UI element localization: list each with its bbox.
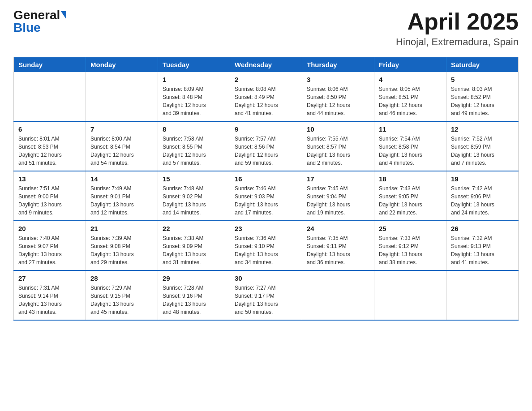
day-number: 2 xyxy=(235,76,297,83)
calendar-header-saturday: Saturday xyxy=(446,57,519,73)
calendar-cell: 16Sunrise: 7:46 AM Sunset: 9:03 PM Dayli… xyxy=(230,171,302,221)
calendar-cell: 18Sunrise: 7:43 AM Sunset: 9:05 PM Dayli… xyxy=(374,171,446,221)
calendar-cell: 13Sunrise: 7:51 AM Sunset: 9:00 PM Dayli… xyxy=(14,171,86,221)
day-number: 29 xyxy=(163,274,225,282)
page-title: April 2025 xyxy=(396,9,519,34)
day-number: 30 xyxy=(235,274,297,282)
day-info: Sunrise: 7:33 AM Sunset: 9:12 PM Dayligh… xyxy=(379,234,442,266)
calendar-header-monday: Monday xyxy=(86,57,158,73)
day-info: Sunrise: 7:36 AM Sunset: 9:10 PM Dayligh… xyxy=(235,234,297,266)
day-number: 12 xyxy=(451,125,514,133)
day-info: Sunrise: 7:35 AM Sunset: 9:11 PM Dayligh… xyxy=(307,234,369,266)
day-info: Sunrise: 7:29 AM Sunset: 9:15 PM Dayligh… xyxy=(90,284,153,316)
day-info: Sunrise: 8:05 AM Sunset: 8:51 PM Dayligh… xyxy=(379,85,442,117)
calendar-cell xyxy=(86,72,158,121)
calendar-cell: 3Sunrise: 8:06 AM Sunset: 8:50 PM Daylig… xyxy=(302,72,374,121)
day-info: Sunrise: 8:06 AM Sunset: 8:50 PM Dayligh… xyxy=(307,85,369,117)
calendar-cell: 22Sunrise: 7:38 AM Sunset: 9:09 PM Dayli… xyxy=(158,221,230,270)
calendar-cell: 9Sunrise: 7:57 AM Sunset: 8:56 PM Daylig… xyxy=(230,121,302,171)
day-number: 14 xyxy=(90,175,153,183)
day-info: Sunrise: 7:32 AM Sunset: 9:13 PM Dayligh… xyxy=(451,234,514,266)
day-info: Sunrise: 7:57 AM Sunset: 8:56 PM Dayligh… xyxy=(235,135,297,167)
day-number: 4 xyxy=(379,76,442,83)
calendar-header-row: SundayMondayTuesdayWednesdayThursdayFrid… xyxy=(14,57,519,73)
calendar-cell: 17Sunrise: 7:45 AM Sunset: 9:04 PM Dayli… xyxy=(302,171,374,221)
day-info: Sunrise: 7:52 AM Sunset: 8:59 PM Dayligh… xyxy=(451,135,514,167)
day-info: Sunrise: 8:00 AM Sunset: 8:54 PM Dayligh… xyxy=(90,135,153,167)
day-number: 28 xyxy=(90,274,153,282)
day-info: Sunrise: 7:51 AM Sunset: 9:00 PM Dayligh… xyxy=(18,184,81,217)
day-info: Sunrise: 7:58 AM Sunset: 8:55 PM Dayligh… xyxy=(163,135,225,167)
calendar-cell: 20Sunrise: 7:40 AM Sunset: 9:07 PM Dayli… xyxy=(14,221,86,270)
calendar-cell: 24Sunrise: 7:35 AM Sunset: 9:11 PM Dayli… xyxy=(302,221,374,270)
logo: General Blue xyxy=(13,9,66,34)
day-info: Sunrise: 8:08 AM Sunset: 8:49 PM Dayligh… xyxy=(235,85,297,117)
day-number: 15 xyxy=(163,175,225,183)
day-number: 18 xyxy=(379,175,442,183)
day-number: 7 xyxy=(90,125,153,133)
calendar-cell: 12Sunrise: 7:52 AM Sunset: 8:59 PM Dayli… xyxy=(446,121,519,171)
calendar-cell: 21Sunrise: 7:39 AM Sunset: 9:08 PM Dayli… xyxy=(86,221,158,270)
day-number: 23 xyxy=(235,225,297,232)
calendar-cell: 26Sunrise: 7:32 AM Sunset: 9:13 PM Dayli… xyxy=(446,221,519,270)
calendar-cell: 2Sunrise: 8:08 AM Sunset: 8:49 PM Daylig… xyxy=(230,72,302,121)
calendar-table: SundayMondayTuesdayWednesdayThursdayFrid… xyxy=(13,57,519,321)
calendar-header-tuesday: Tuesday xyxy=(158,57,230,73)
day-number: 27 xyxy=(18,274,81,282)
day-info: Sunrise: 7:49 AM Sunset: 9:01 PM Dayligh… xyxy=(90,184,153,217)
calendar-cell: 7Sunrise: 8:00 AM Sunset: 8:54 PM Daylig… xyxy=(86,121,158,171)
calendar-cell: 6Sunrise: 8:01 AM Sunset: 8:53 PM Daylig… xyxy=(14,121,86,171)
day-number: 16 xyxy=(235,175,297,183)
calendar-header-wednesday: Wednesday xyxy=(230,57,302,73)
calendar-cell xyxy=(302,270,374,320)
day-number: 25 xyxy=(379,225,442,232)
day-info: Sunrise: 7:46 AM Sunset: 9:03 PM Dayligh… xyxy=(235,184,297,217)
page-header: General Blue April 2025 Hinojal, Extrema… xyxy=(13,9,519,48)
calendar-cell: 1Sunrise: 8:09 AM Sunset: 8:48 PM Daylig… xyxy=(158,72,230,121)
calendar-cell xyxy=(14,72,86,121)
day-info: Sunrise: 7:45 AM Sunset: 9:04 PM Dayligh… xyxy=(307,184,369,217)
day-number: 5 xyxy=(451,76,514,83)
day-number: 17 xyxy=(307,175,369,183)
calendar-cell: 14Sunrise: 7:49 AM Sunset: 9:01 PM Dayli… xyxy=(86,171,158,221)
day-info: Sunrise: 7:55 AM Sunset: 8:57 PM Dayligh… xyxy=(307,135,369,167)
day-number: 8 xyxy=(163,125,225,133)
calendar-cell: 30Sunrise: 7:27 AM Sunset: 9:17 PM Dayli… xyxy=(230,270,302,320)
calendar-cell xyxy=(374,270,446,320)
day-info: Sunrise: 7:43 AM Sunset: 9:05 PM Dayligh… xyxy=(379,184,442,217)
day-number: 9 xyxy=(235,125,297,133)
day-number: 21 xyxy=(90,225,153,232)
day-number: 24 xyxy=(307,225,369,232)
day-number: 26 xyxy=(451,225,514,232)
day-info: Sunrise: 7:31 AM Sunset: 9:14 PM Dayligh… xyxy=(18,284,81,316)
calendar-week-row: 20Sunrise: 7:40 AM Sunset: 9:07 PM Dayli… xyxy=(14,221,519,270)
day-info: Sunrise: 7:38 AM Sunset: 9:09 PM Dayligh… xyxy=(163,234,225,266)
logo-blue: Blue xyxy=(13,21,41,34)
calendar-cell: 27Sunrise: 7:31 AM Sunset: 9:14 PM Dayli… xyxy=(14,270,86,320)
day-number: 13 xyxy=(18,175,81,183)
day-info: Sunrise: 7:48 AM Sunset: 9:02 PM Dayligh… xyxy=(163,184,225,217)
day-number: 1 xyxy=(163,76,225,83)
day-number: 22 xyxy=(163,225,225,232)
day-info: Sunrise: 7:39 AM Sunset: 9:08 PM Dayligh… xyxy=(90,234,153,266)
calendar-cell: 28Sunrise: 7:29 AM Sunset: 9:15 PM Dayli… xyxy=(86,270,158,320)
calendar-week-row: 1Sunrise: 8:09 AM Sunset: 8:48 PM Daylig… xyxy=(14,72,519,121)
calendar-cell: 29Sunrise: 7:28 AM Sunset: 9:16 PM Dayli… xyxy=(158,270,230,320)
day-number: 19 xyxy=(451,175,514,183)
calendar-cell: 23Sunrise: 7:36 AM Sunset: 9:10 PM Dayli… xyxy=(230,221,302,270)
calendar-cell: 11Sunrise: 7:54 AM Sunset: 8:58 PM Dayli… xyxy=(374,121,446,171)
day-number: 3 xyxy=(307,76,369,83)
logo-arrow-icon xyxy=(61,11,66,19)
calendar-header-thursday: Thursday xyxy=(302,57,374,73)
calendar-cell xyxy=(446,270,519,320)
day-info: Sunrise: 7:40 AM Sunset: 9:07 PM Dayligh… xyxy=(18,234,81,266)
calendar-cell: 4Sunrise: 8:05 AM Sunset: 8:51 PM Daylig… xyxy=(374,72,446,121)
day-number: 20 xyxy=(18,225,81,232)
logo-general: General xyxy=(13,9,60,21)
calendar-week-row: 13Sunrise: 7:51 AM Sunset: 9:00 PM Dayli… xyxy=(14,171,519,221)
title-section: April 2025 Hinojal, Extremadura, Spain xyxy=(396,9,519,48)
page-location: Hinojal, Extremadura, Spain xyxy=(396,36,519,48)
calendar-week-row: 6Sunrise: 8:01 AM Sunset: 8:53 PM Daylig… xyxy=(14,121,519,171)
day-info: Sunrise: 7:54 AM Sunset: 8:58 PM Dayligh… xyxy=(379,135,442,167)
day-number: 10 xyxy=(307,125,369,133)
